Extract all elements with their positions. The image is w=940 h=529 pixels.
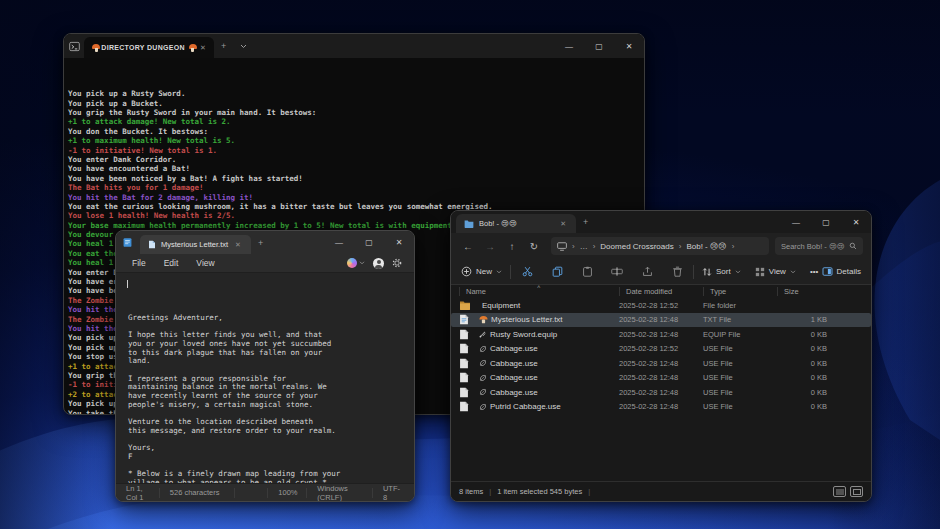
terminal-line: +1 to attack damage! New total is 2. (68, 117, 644, 126)
file-type: USE File (703, 359, 777, 368)
file-list: Equipment 2025-02-28 12:52 File folder M… (451, 298, 871, 414)
sort-icon (702, 267, 712, 277)
back-button[interactable]: ← (459, 241, 477, 252)
breadcrumb[interactable]: › … › Doomed Crossroads › Bob! - 😢😢 › (551, 237, 769, 255)
file-prefix-glyph (479, 345, 487, 353)
thumbnail-view-button[interactable] (850, 486, 863, 497)
terminal-tab[interactable]: DIRECTORY DUNGEON ✕ (84, 37, 214, 58)
new-tab-button[interactable]: + (214, 34, 233, 58)
new-tab-button[interactable]: + (251, 231, 270, 254)
file-date: 2025-02-28 12:48 (619, 388, 703, 397)
file-size: 0 KB (777, 373, 831, 382)
breadcrumb-item[interactable]: Bob! - 😢😢 (686, 242, 726, 251)
search-icon (849, 242, 857, 250)
minimize-button[interactable]: — (554, 34, 584, 58)
column-headers: ˄ Name Date modified Type Size (451, 285, 871, 298)
file-prefix-glyph (479, 315, 488, 324)
column-header-type[interactable]: Type (703, 287, 777, 296)
sort-button[interactable]: Sort (702, 267, 741, 277)
maximize-button[interactable]: ▢ (811, 211, 841, 233)
cursor-position: Ln 1, Col 1 (116, 488, 160, 498)
more-options-button[interactable]: ••• (810, 267, 818, 276)
explorer-tabbar[interactable]: Bob! - 😢😢 ✕ + — ▢ ✕ (451, 211, 871, 233)
file-row[interactable]: Putrid Cabbage.use 2025-02-28 12:48 USE … (451, 400, 871, 415)
forward-button[interactable]: → (481, 241, 499, 252)
paste-button[interactable] (579, 266, 595, 277)
notepad-titlebar[interactable]: Mysterious Letter.txt ✕ + — ▢ ✕ (116, 231, 414, 254)
details-button[interactable]: Details (822, 267, 861, 276)
details-view-button[interactable] (833, 486, 846, 497)
copilot-icon (347, 258, 357, 268)
maximize-button[interactable]: ▢ (584, 34, 614, 58)
file-row[interactable]: Equipment 2025-02-28 12:52 File folder (451, 298, 871, 313)
mushroom-icon (92, 44, 97, 52)
explorer-toolbar: New (451, 259, 871, 285)
delete-button[interactable] (669, 266, 685, 277)
explorer-tab[interactable]: Bob! - 😢😢 ✕ (456, 214, 576, 233)
share-button[interactable] (639, 266, 655, 277)
file-name: Cabbage.use (479, 359, 619, 368)
cut-button[interactable] (519, 266, 535, 277)
search-box[interactable]: Search Bob! - 😢😢 (775, 237, 863, 255)
column-header-size[interactable]: Size (777, 287, 831, 296)
minimize-button[interactable]: — (324, 231, 354, 254)
letter-line: Yours, (128, 444, 414, 453)
file-size: 0 KB (777, 330, 831, 339)
file-row[interactable]: Cabbage.use 2025-02-28 12:48 USE File 0 … (451, 356, 871, 371)
account-avatar[interactable] (373, 258, 384, 269)
breadcrumb-item[interactable]: Doomed Crossroads (600, 242, 673, 251)
chevron-down-icon (359, 261, 365, 265)
file-size: 0 KB (777, 388, 831, 397)
notepad-editor[interactable]: Greetings Adventurer, I hope this letter… (116, 273, 414, 481)
copy-button[interactable] (549, 266, 565, 277)
copilot-button[interactable] (347, 258, 365, 268)
file-row[interactable]: Cabbage.use 2025-02-28 12:48 USE File 0 … (451, 371, 871, 386)
tab-close-icon[interactable]: ✕ (558, 218, 568, 230)
menu-edit[interactable]: Edit (156, 256, 187, 270)
breadcrumb-separator: › (679, 242, 682, 251)
file-date: 2025-02-28 12:48 (619, 330, 703, 339)
breadcrumb-separator: › (593, 242, 596, 251)
file-row[interactable]: Cabbage.use 2025-02-28 12:52 USE File 0 … (451, 342, 871, 357)
file-row[interactable]: Mysterious Letter.txt 2025-02-28 12:48 T… (451, 313, 871, 328)
view-button[interactable]: View (755, 267, 796, 277)
file-row[interactable]: Rusty Sword.equip 2025-02-28 12:48 EQUIP… (451, 327, 871, 342)
tab-dropdown-icon[interactable] (233, 34, 254, 58)
file-date: 2025-02-28 12:52 (619, 344, 703, 353)
minimize-button[interactable]: — (781, 211, 811, 233)
file-row[interactable]: Cabbage.use 2025-02-28 12:48 USE File 0 … (451, 385, 871, 400)
sort-button-label: Sort (716, 267, 731, 276)
notepad-tab-title: Mysterious Letter.txt (161, 240, 228, 249)
terminal-titlebar[interactable]: DIRECTORY DUNGEON ✕ + — ▢ ✕ (64, 34, 644, 58)
terminal-line: You enter Dank Corridor. (68, 155, 644, 164)
column-header-date[interactable]: Date modified (619, 287, 703, 296)
breadcrumb-separator: › (732, 242, 735, 251)
refresh-button[interactable]: ↻ (525, 241, 543, 252)
file-icon (459, 372, 479, 383)
breadcrumb-ellipsis[interactable]: … (580, 242, 588, 251)
maximize-button[interactable]: ▢ (354, 231, 384, 254)
rename-button[interactable] (609, 266, 625, 277)
close-button[interactable]: ✕ (614, 34, 644, 58)
new-tab-button[interactable]: + (576, 211, 595, 233)
close-button[interactable]: ✕ (841, 211, 871, 233)
letter-line: land. (128, 357, 414, 366)
terminal-line: You grip the Rusty Sword in your main ha… (68, 108, 644, 117)
mushroom-icon (189, 44, 194, 52)
new-button[interactable]: New (461, 266, 502, 277)
file-name: Cabbage.use (479, 344, 619, 353)
menu-file[interactable]: File (124, 256, 154, 270)
file-type: USE File (703, 373, 777, 382)
close-button[interactable]: ✕ (384, 231, 414, 254)
menu-view[interactable]: View (188, 256, 222, 270)
tab-close-icon[interactable]: ✕ (233, 239, 243, 251)
chevron-down-icon (496, 270, 502, 274)
new-plus-icon (461, 266, 472, 277)
tab-close-icon[interactable]: ✕ (198, 42, 208, 54)
settings-gear-icon[interactable] (392, 258, 402, 268)
notepad-tab[interactable]: Mysterious Letter.txt ✕ (140, 235, 251, 254)
file-prefix-glyph (479, 388, 487, 396)
zoom-level[interactable]: 100% (267, 488, 307, 498)
character-count: 526 characters (160, 488, 236, 498)
up-button[interactable]: ↑ (503, 241, 521, 252)
